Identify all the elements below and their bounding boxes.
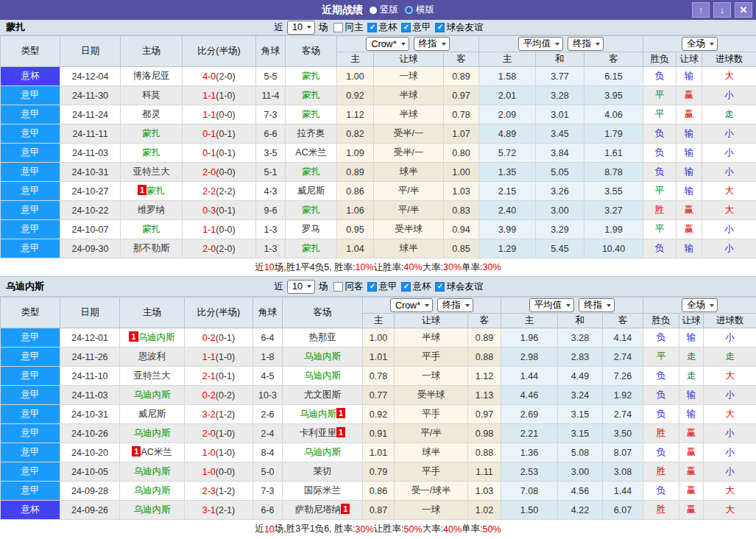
euro-home-odds: 1.29 xyxy=(479,239,536,258)
asian-home-odds: 0.91 xyxy=(363,424,395,443)
match-row: 意甲24-10-31亚特兰大2-0(0-0)5-1蒙扎0.89球半1.001.3… xyxy=(1,163,756,182)
move-down-button[interactable]: ↓ xyxy=(713,2,731,18)
euro-odds-time-select[interactable]: 终指 xyxy=(568,37,604,51)
asian-away-odds: 1.12 xyxy=(468,367,501,386)
scope-select[interactable]: 全场 xyxy=(682,298,718,312)
same-venue-checkbox[interactable] xyxy=(333,23,343,32)
bookmaker-select[interactable]: Crow* xyxy=(390,298,433,312)
league-checkbox-coppa[interactable]: ✓ xyxy=(367,23,377,32)
euro-draw-odds: 3.45 xyxy=(536,124,584,144)
handicap-cell: 受半球 xyxy=(395,386,468,405)
fulltime-score: 1-1 xyxy=(202,110,216,120)
same-venue-checkbox[interactable] xyxy=(333,282,343,292)
games-count-select[interactable]: 10 xyxy=(287,21,315,35)
euro-odds-source-select[interactable]: 平均值 xyxy=(529,298,575,312)
match-row: 意甲24-12-011乌迪内斯0-2(0-1)6-4热那亚1.00半球0.891… xyxy=(1,328,756,348)
outcome-result: 负 xyxy=(643,443,679,462)
radio-horizontal-layout[interactable]: 横版 xyxy=(405,4,434,16)
euro-away-odds: 7.26 xyxy=(603,367,643,386)
euro-odds-source-select[interactable]: 平均值 xyxy=(518,37,564,51)
corner-cell: 5-1 xyxy=(256,163,286,182)
halftime-score: (0-1) xyxy=(216,371,235,381)
team-label: 莱切 xyxy=(314,466,332,476)
summary-text: 单率: xyxy=(462,261,482,274)
match-row: 意甲24-11-03蒙扎0-1(0-1)3-5AC米兰1.09受半/一0.805… xyxy=(1,144,756,163)
team-label: 乌迪内斯 xyxy=(138,332,175,342)
handicap-cell: 平手 xyxy=(395,405,468,424)
league-checkbox-friendly[interactable]: ✓ xyxy=(435,23,445,32)
league-checkbox-friendly[interactable]: ✓ xyxy=(435,282,445,292)
home-team-cell: 蒙扎 xyxy=(121,144,183,163)
type-cell: 意甲 xyxy=(1,220,60,239)
sub-header-handicap: 让球 xyxy=(395,314,468,328)
summary-text: 单率: xyxy=(462,523,482,535)
euro-odds-time-select[interactable]: 终指 xyxy=(579,298,615,312)
handicap-cell: 球半 xyxy=(395,443,468,462)
outcome-result: 负 xyxy=(643,124,676,144)
team-label: 蒙扎 xyxy=(142,147,160,158)
team-label: 乌迪内斯 xyxy=(134,485,171,496)
league-checkbox-seriea[interactable]: ✓ xyxy=(367,282,377,292)
asian-odds-time-select[interactable]: 终指 xyxy=(414,37,450,51)
chevron-down-icon xyxy=(425,304,429,307)
corner-cell: 7-3 xyxy=(256,105,286,124)
team-label: 维罗纳 xyxy=(138,205,166,215)
outcome-result: 平 xyxy=(643,105,676,124)
radio-vertical-layout[interactable]: 竖版 xyxy=(370,4,398,16)
away-team-cell: 蒙扎 xyxy=(286,67,337,86)
goals-result: 小 xyxy=(704,462,756,482)
chevron-down-icon xyxy=(555,43,559,46)
date-cell: 24-11-03 xyxy=(60,386,120,405)
home-team-cell: 科莫 xyxy=(121,86,183,105)
halftime-score: (1-0) xyxy=(216,429,235,439)
home-team-cell: 乌迪内斯 xyxy=(120,424,185,443)
euro-away-odds: 3.95 xyxy=(584,86,643,105)
halftime-score: (2-0) xyxy=(216,244,235,254)
team-label: 乌迪内斯 xyxy=(304,370,341,381)
asian-home-odds: 0.92 xyxy=(363,405,395,424)
check-icon: ✓ xyxy=(403,24,409,31)
close-button[interactable]: ✕ xyxy=(735,2,752,18)
handicap-cell: 受半/一 xyxy=(374,144,444,163)
asian-odds-time-select[interactable]: 终指 xyxy=(437,298,473,312)
move-up-button[interactable]: ↑ xyxy=(692,2,710,18)
games-count-select[interactable]: 10 xyxy=(287,280,315,294)
handicap-cell: 平/半 xyxy=(374,201,444,220)
red-card-badge: 1 xyxy=(341,504,350,514)
team-label: 蒙扎 xyxy=(302,90,320,100)
summary-text: 近 xyxy=(255,261,264,274)
asian-home-odds: 1.00 xyxy=(363,328,395,348)
handicap-cell: 受半球 xyxy=(374,220,444,239)
date-cell: 24-12-01 xyxy=(60,328,120,348)
home-team-cell: 博洛尼亚 xyxy=(121,67,183,86)
home-team-cell: 威尼斯 xyxy=(120,405,185,424)
euro-draw-odds: 3.26 xyxy=(536,182,584,201)
handicap-result: 赢 xyxy=(676,105,702,124)
euro-home-odds: 1.35 xyxy=(479,163,536,182)
away-team-cell: 卡利亚里1 xyxy=(283,424,363,443)
fulltime-score: 2-0 xyxy=(202,429,216,439)
asian-away-odds: 0.89 xyxy=(444,67,479,86)
league-checkbox-seriea[interactable]: ✓ xyxy=(401,23,411,32)
euro-home-odds: 1.44 xyxy=(501,367,558,386)
asian-home-odds: 0.86 xyxy=(363,482,395,501)
type-cell: 意甲 xyxy=(1,201,60,220)
goals-result: 小 xyxy=(704,328,756,348)
goals-result: 走 xyxy=(704,348,756,367)
outcome-result: 负 xyxy=(643,482,679,501)
type-cell: 意甲 xyxy=(1,462,60,482)
handicap-cell: 平手 xyxy=(395,348,468,367)
euro-away-odds: 2.74 xyxy=(603,348,643,367)
goals-result: 小 xyxy=(704,424,756,443)
euro-home-odds: 2.98 xyxy=(501,348,558,367)
league-checkbox-coppa[interactable]: ✓ xyxy=(401,282,411,292)
check-icon: ✓ xyxy=(437,24,443,31)
score-cell: 0-1(0-1) xyxy=(183,144,256,163)
radio-horizontal-label: 横版 xyxy=(416,4,434,16)
away-team-cell: AC米兰 xyxy=(286,144,337,163)
asian-away-odds: 1.03 xyxy=(444,182,479,201)
bookmaker-select[interactable]: Crow* xyxy=(366,37,409,51)
scope-select[interactable]: 全场 xyxy=(682,37,718,51)
chevron-down-icon xyxy=(307,285,311,288)
asian-away-odds: 0.97 xyxy=(444,86,479,105)
